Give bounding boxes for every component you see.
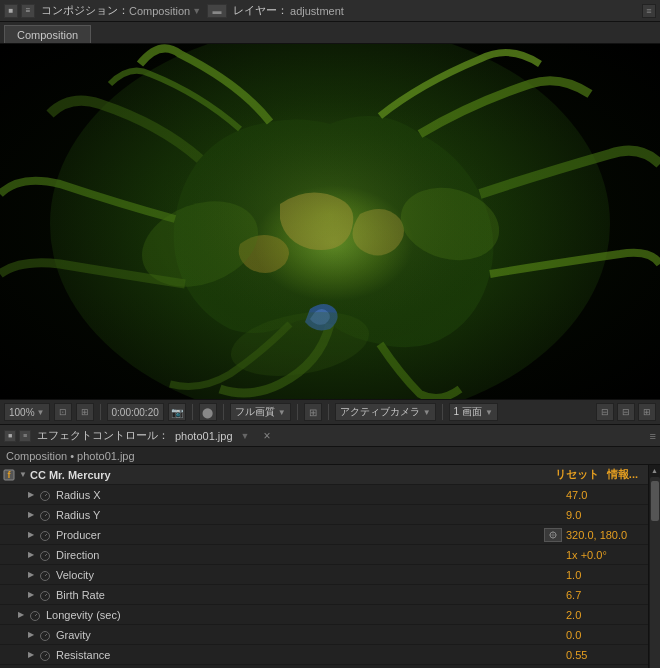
title-bar: ■ ≡ コンポジション： Composition ▼ ▬ レイヤー： adjus… [0,0,660,22]
fx-triangle-velocity[interactable]: ▶ [26,570,36,580]
fx-collapse-triangle[interactable]: ▼ [18,470,28,480]
zoom-reset-btn[interactable]: ⊞ [76,403,94,421]
fx-triangle-gravity[interactable]: ▶ [26,630,36,640]
grid-btn[interactable]: ⊞ [304,403,322,421]
scroll-track[interactable] [650,477,660,668]
stopwatch-icon-3 [39,529,51,541]
fx-watch-resistance[interactable] [38,648,52,662]
fx-label-radius-y: Radius Y [56,509,566,521]
snapshot-btn[interactable]: 📷 [168,403,186,421]
fx-value-producer[interactable]: 320.0, 180.0 [566,529,646,541]
sep-3 [223,404,224,420]
fx-label-velocity: Velocity [56,569,566,581]
composition-tab[interactable]: Composition [4,25,91,43]
svg-line-11 [45,494,47,496]
fx-watch-producer[interactable] [38,528,52,542]
fx-menu-right: ≡ [650,430,656,442]
fx-watch-radius-y[interactable] [38,508,52,522]
fx-producer-crosshair[interactable] [544,528,562,542]
view-dropdown[interactable]: 1 画面 ▼ [449,403,498,421]
fx-info-btn[interactable]: 情報... [607,467,638,482]
fx-triangle-producer[interactable]: ▶ [26,530,36,540]
quality-label: フル画質 [235,405,275,419]
fx-panel-title-label: エフェクトコントロール： [37,428,169,443]
fx-row-radius-x: ▶ Radius X 47.0 [0,485,648,505]
comp-tab-bar: Composition [0,22,660,44]
panel-icon-1[interactable]: ■ [4,4,18,18]
view-label: 1 画面 [454,405,482,419]
timecode-display[interactable]: 0:00:00:20 [107,403,164,421]
fx-triangle-radius-x[interactable]: ▶ [26,490,36,500]
fx-menu-icon[interactable]: ≡ [650,430,656,442]
viewer-btn-1[interactable]: ⊟ [596,403,614,421]
fx-triangle-birth-rate[interactable]: ▶ [26,590,36,600]
fx-label-resistance: Resistance [56,649,566,661]
fx-effect-header: f ▼ CC Mr. Mercury リセット 情報... [0,465,648,485]
svg-line-38 [45,654,47,656]
fx-row-longevity: ▶ Longevity (sec) 2.0 [0,605,648,625]
svg-line-32 [35,614,37,616]
panel-icon-2[interactable]: ≡ [21,4,35,18]
fx-checkbox[interactable]: f [2,469,16,481]
fx-value-velocity[interactable]: 1.0 [566,569,646,581]
fx-triangle-longevity[interactable]: ▶ [16,610,26,620]
zoom-fit-btn[interactable]: ⊡ [54,403,72,421]
viewer-btn-2[interactable]: ⊟ [617,403,635,421]
menu-icon-top[interactable]: ≡ [642,4,656,18]
fx-scrollbar[interactable]: ▲ ▼ [648,465,660,668]
comp-dropdown-arrow[interactable]: ▼ [192,6,201,16]
fx-value-direction[interactable]: 1x +0.0° [566,549,646,561]
stopwatch-icon-7 [29,609,41,621]
svg-line-29 [45,594,47,596]
fx-watch-direction[interactable] [38,548,52,562]
scroll-up-arrow[interactable]: ▲ [650,465,660,475]
fx-watch-radius-x[interactable] [38,488,52,502]
fx-value-radius-y[interactable]: 9.0 [566,509,646,521]
panel-separator-icon: ▬ [207,4,227,18]
fx-row-velocity: ▶ Velocity 1.0 [0,565,648,585]
scroll-thumb[interactable] [651,481,659,521]
fx-row-radius-y: ▶ Radius Y 9.0 [0,505,648,525]
fx-value-longevity[interactable]: 2.0 [566,609,646,621]
viewer-toolbar: 100% ▼ ⊡ ⊞ 0:00:00:20 📷 ⬤ フル画質 ▼ ⊞ アクティブ… [0,399,660,425]
svg-rect-6 [0,44,660,399]
color-btn[interactable]: ⬤ [199,403,217,421]
fx-panel-dropdown[interactable]: ▼ [241,431,250,441]
fx-table-container: f ▼ CC Mr. Mercury リセット 情報... ▶ Radius X… [0,465,660,668]
svg-line-14 [45,514,47,516]
fx-triangle-resistance[interactable]: ▶ [26,650,36,660]
fx-value-gravity[interactable]: 0.0 [566,629,646,641]
fx-watch-longevity[interactable] [28,608,42,622]
fx-panel-close-btn[interactable]: × [263,429,270,443]
fx-reset-btn[interactable]: リセット [555,467,599,482]
title-bar-left-icons: ■ ≡ [4,4,35,18]
fx-value-radius-x[interactable]: 47.0 [566,489,646,501]
fx-value-resistance[interactable]: 0.55 [566,649,646,661]
fx-watch-velocity[interactable] [38,568,52,582]
viewer-toolbar-right: ⊟ ⊟ ⊞ [596,403,656,421]
fx-panel-header: ■ ≡ エフェクトコントロール： photo01.jpg ▼ × ≡ [0,425,660,447]
fx-value-birth-rate[interactable]: 6.7 [566,589,646,601]
fx-icon-1[interactable]: ■ [4,430,16,442]
quality-dropdown[interactable]: フル画質 ▼ [230,403,291,421]
fx-watch-birth-rate[interactable] [38,588,52,602]
fx-triangle-radius-y[interactable]: ▶ [26,510,36,520]
fx-effect-name: CC Mr. Mercury [30,469,555,481]
camera-dropdown[interactable]: アクティブカメラ ▼ [335,403,436,421]
svg-line-35 [45,634,47,636]
stopwatch-icon-2 [39,509,51,521]
stopwatch-icon-5 [39,569,51,581]
zoom-control[interactable]: 100% ▼ [4,403,50,421]
sep-5 [328,404,329,420]
sep-4 [297,404,298,420]
fx-triangle-direction[interactable]: ▶ [26,550,36,560]
view-arrow: ▼ [485,408,493,417]
viewer-btn-3[interactable]: ⊞ [638,403,656,421]
fx-subtitle-text: Composition • photo01.jpg [6,450,135,462]
composition-name: Composition [129,5,190,17]
zoom-value: 100% [9,407,35,418]
svg-line-23 [45,554,47,556]
zoom-arrow: ▼ [37,408,45,417]
fx-icon-2[interactable]: ≡ [19,430,31,442]
fx-watch-gravity[interactable] [38,628,52,642]
